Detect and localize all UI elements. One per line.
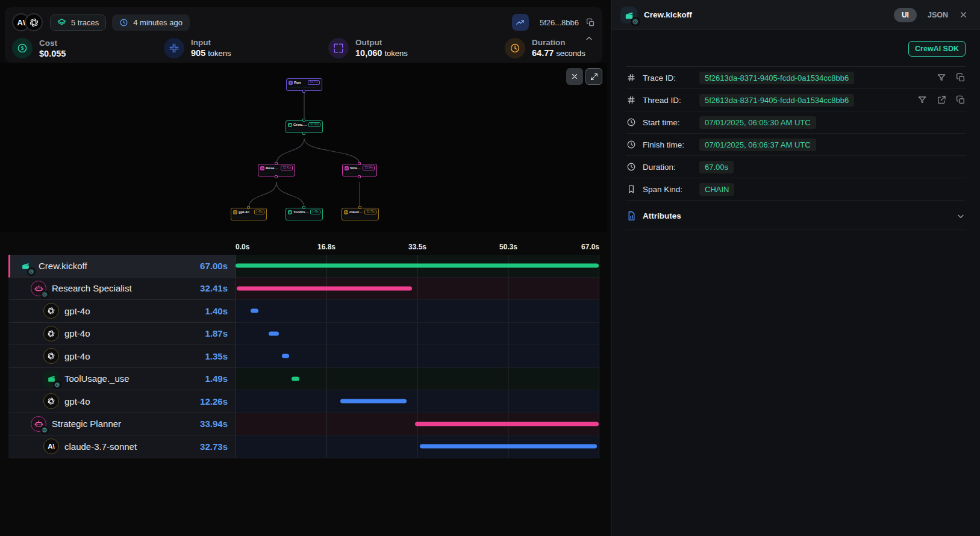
stat-value: 10,060 tokens (355, 48, 408, 59)
timeline-row[interactable]: Crew.kickoff67.00s (8, 255, 599, 278)
external-action-icon[interactable] (937, 95, 946, 105)
compress-icon-wrap (164, 38, 184, 58)
timeline-axis: 0.0s16.8s33.5s50.3s67.0s (8, 237, 599, 255)
node-badge: 67.00s (308, 122, 320, 127)
span-bar[interactable] (282, 354, 289, 358)
copy-icon (956, 73, 966, 83)
funnel-action-icon[interactable] (917, 95, 927, 105)
gauge-icon (632, 19, 638, 24)
field-value[interactable]: 07/01/2025, 06:05:30 AM UTC (699, 116, 816, 129)
copy-action-icon[interactable] (956, 95, 966, 105)
close-icon (570, 72, 579, 81)
timeline-row[interactable]: Research Specialist32.41s (8, 278, 599, 301)
node-label: claude-3.7-sonnet (349, 210, 363, 214)
field-label: Trace ID: (643, 73, 693, 83)
field-value[interactable]: CHAIN (699, 183, 734, 196)
graph-node-strategic[interactable]: Strategic Planner33.94s· ······· (342, 164, 377, 176)
node-connector (302, 132, 305, 135)
copy-run-id-icon[interactable] (586, 18, 595, 27)
sdk-badge-row: CrewAI SDK (626, 31, 966, 67)
openai-icon (43, 326, 59, 341)
graph-node-tool[interactable]: ToolUsage._use1.49s· ······· (286, 208, 323, 220)
tab-json[interactable]: JSON (928, 11, 948, 19)
span-bar[interactable] (420, 444, 597, 449)
field-value[interactable]: 5f2613da-8371-9405-fcdd-0a1534cc8bb6 (699, 94, 854, 107)
trace-header: A\ 5 traces 4 minutes ago 5f26...8bb6 $C… (5, 7, 602, 63)
detail-panel-title: Crew.kickoff (644, 10, 692, 19)
timeline-track (236, 435, 599, 458)
span-name: gpt-4o (64, 306, 90, 316)
trending-icon (516, 18, 525, 27)
graph-node-research[interactable]: Research Speciali...32.41s· ······· (258, 164, 295, 176)
span-bar[interactable] (292, 376, 300, 381)
detail-field: Thread ID:5f2613da-8371-9405-fcdd-0a1534… (626, 89, 966, 111)
span-name: Research Specialist (52, 283, 132, 293)
span-bar[interactable] (251, 309, 258, 313)
timeline-row[interactable]: ToolUsage._use1.49s (8, 368, 599, 391)
node-label: Research Speciali... (266, 166, 279, 170)
trace-header-row: A\ 5 traces 4 minutes ago 5f26...8bb6 (12, 12, 595, 33)
hash-icon (626, 73, 636, 83)
graph-node-crew[interactable]: Crew.kickoff67.00s· ······· (286, 120, 323, 133)
close-icon (959, 10, 968, 19)
collapse-chevron-icon[interactable] (584, 34, 594, 46)
timeline-row[interactable]: gpt-4o12.26s (8, 390, 599, 413)
chevron-down-icon[interactable] (956, 211, 966, 221)
sdk-badge[interactable]: CrewAI SDK (908, 41, 966, 57)
crewai-icon (17, 258, 33, 273)
funnel-icon (917, 95, 927, 105)
graph-node-gpt[interactable]: gpt-4o1.40s···· ··· ······· (231, 208, 267, 220)
span-bar[interactable] (340, 399, 407, 404)
timeline-track (236, 278, 599, 301)
span-bar[interactable] (236, 264, 599, 268)
field-value[interactable]: 07/01/2025, 06:06:37 AM UTC (699, 139, 816, 151)
robot-icon (261, 167, 264, 170)
field-value[interactable]: 67.00s (699, 161, 734, 173)
openai-icon (47, 307, 55, 315)
span-bar[interactable] (237, 286, 413, 290)
tool-usage-icon (43, 371, 59, 387)
detail-field: Start time:07/01/2025, 06:05:30 AM UTC (626, 111, 966, 134)
timeline-row[interactable]: gpt-4o1.87s (8, 323, 599, 346)
node-label: Strategic Planner (350, 166, 361, 170)
graph-expand-button[interactable] (585, 68, 602, 85)
time-ago-badge[interactable]: 4 minutes ago (112, 14, 190, 31)
bolt-icon (289, 81, 292, 84)
field-value[interactable]: 5f2613da-8371-9405-fcdd-0a1534cc8bb6 (699, 72, 854, 84)
node-subtext: ·· ······· ·· ··· ········ ···· (289, 86, 320, 89)
run-id: 5f26...8bb6 (540, 18, 579, 27)
graph-node-claude[interactable]: A\claude-3.7-sonnet32.73s···· ··· ······… (342, 208, 379, 220)
node-badge: 64.77s (308, 80, 320, 85)
hash-icon (626, 95, 636, 105)
tab-ui[interactable]: UI (894, 8, 917, 22)
attributes-section[interactable]: Attributes (626, 203, 966, 229)
timeline-row[interactable]: gpt-4o1.40s (8, 300, 599, 323)
timeline-row[interactable]: gpt-4o1.35s (8, 345, 599, 368)
copy-action-icon[interactable] (956, 73, 966, 83)
axis-tick: 0.0s (236, 243, 249, 251)
clapper-icon (289, 123, 292, 126)
span-bar[interactable] (269, 331, 279, 335)
detail-field: Trace ID:5f2613da-8371-9405-fcdd-0a1534c… (626, 67, 966, 89)
span-bar[interactable] (415, 422, 599, 426)
axis-tick: 67.0s (581, 243, 599, 251)
trend-button[interactable] (512, 14, 529, 31)
clock-subbadge-icon (53, 381, 61, 389)
traces-count-badge[interactable]: 5 traces (50, 14, 106, 31)
timeline-row[interactable]: Strategic Planner33.94s (8, 413, 599, 436)
timeline-track (236, 413, 599, 436)
anthropic-icon: A\ (43, 438, 59, 454)
doc-icon (626, 211, 637, 221)
gauge-icon (55, 382, 60, 387)
openai-icon (43, 348, 59, 364)
span-duration: 67.00s (200, 261, 236, 271)
graph-node-run[interactable]: Run64.77s·· ······· ·· ··· ········ ···· (286, 78, 322, 91)
funnel-action-icon[interactable] (937, 73, 946, 83)
panel-close-button[interactable] (959, 10, 968, 19)
graph-close-button[interactable] (566, 68, 583, 85)
bookmark-icon (626, 184, 636, 194)
graph-toolbar (566, 68, 602, 85)
axis-tick: 33.5s (408, 243, 426, 251)
stat-value: 64.77 seconds (532, 48, 585, 59)
timeline-row[interactable]: A\claude-3.7-sonnet32.73s (8, 435, 599, 458)
